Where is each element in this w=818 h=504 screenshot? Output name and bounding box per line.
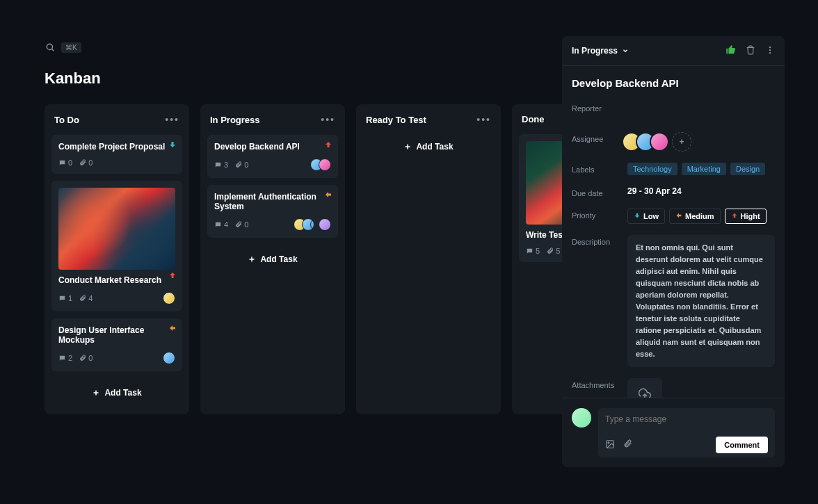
card[interactable]: Implement Authentication System 4 0 xyxy=(207,185,338,238)
field-label-reporter: Reporter xyxy=(572,101,620,113)
attachments-count: 5 xyxy=(547,247,560,255)
avatar xyxy=(319,158,331,171)
comments-count: 0 xyxy=(58,158,72,167)
add-assignee-button[interactable]: + xyxy=(672,132,691,152)
svg-point-10 xyxy=(769,51,771,53)
field-label-description: Description xyxy=(572,235,620,246)
like-icon[interactable] xyxy=(725,44,736,57)
column-menu-icon[interactable]: ••• xyxy=(476,114,491,125)
card-image xyxy=(58,188,175,270)
avatar xyxy=(650,132,669,152)
card[interactable]: Complete Project Proposal 0 0 xyxy=(51,135,182,174)
attachments-count: 0 xyxy=(235,161,248,169)
column-menu-icon[interactable]: ••• xyxy=(165,114,179,125)
attachments-count: 0 xyxy=(79,158,93,167)
comments-count: 3 xyxy=(214,161,228,169)
kbd-shortcut: ⌘K xyxy=(61,42,81,53)
due-date-value: 29 - 30 Apr 24 xyxy=(627,186,775,196)
column-menu-icon[interactable]: ••• xyxy=(321,114,335,125)
avatar xyxy=(319,218,331,231)
priority-high-icon xyxy=(168,271,177,282)
attachments-count: 4 xyxy=(79,294,93,302)
comment-button[interactable]: Comment xyxy=(716,437,768,453)
comments-count: 1 xyxy=(58,294,72,302)
svg-line-1 xyxy=(52,49,54,51)
comments-count: 5 xyxy=(526,247,540,255)
image-icon[interactable] xyxy=(605,439,615,451)
add-task-button[interactable]: Add Task xyxy=(363,135,494,158)
field-label-labels: Labels xyxy=(572,163,620,174)
attachments-count: 0 xyxy=(79,354,93,362)
svg-point-12 xyxy=(608,442,609,444)
avatar xyxy=(163,352,175,364)
priority-low-icon xyxy=(168,140,177,151)
column-todo: To Do ••• Complete Project Proposal 0 0 xyxy=(45,104,189,414)
field-label-assignee: Assignee xyxy=(572,132,620,143)
card-title: Conduct Market Research xyxy=(58,275,175,285)
card[interactable]: Conduct Market Research 1 4 xyxy=(51,181,182,311)
attachment-icon[interactable] xyxy=(623,439,632,451)
column-title: Ready To Test xyxy=(366,115,426,125)
avatar xyxy=(622,101,641,121)
card-title: Complete Project Proposal xyxy=(58,142,175,152)
status-dropdown[interactable]: In Progress xyxy=(572,46,629,56)
card-title: Implement Authentication System xyxy=(214,192,331,211)
column-title: In Progress xyxy=(210,115,260,125)
svg-point-9 xyxy=(769,49,771,50)
priority-medium-icon xyxy=(324,190,332,201)
attachments-count: 0 xyxy=(235,220,248,229)
add-task-button[interactable]: Add Task xyxy=(207,247,338,271)
trash-icon[interactable] xyxy=(746,45,755,57)
card[interactable]: Design User Interface Mockups 2 0 xyxy=(51,318,182,371)
label-chip[interactable]: Marketing xyxy=(682,163,726,175)
chevron-down-icon xyxy=(622,47,629,54)
column-title: Done xyxy=(522,114,545,124)
detail-title: Develop Backend API xyxy=(572,77,775,89)
priority-medium-icon xyxy=(168,324,177,334)
priority-medium-button[interactable]: Medium xyxy=(669,209,721,224)
description-text: Et non omnis qui. Qui sunt deserunt dolo… xyxy=(627,235,775,367)
search-icon[interactable] xyxy=(45,42,56,53)
current-user-avatar xyxy=(572,408,591,428)
column-readytotest: Ready To Test ••• Add Task xyxy=(356,104,501,414)
comments-count: 2 xyxy=(58,354,72,362)
card-title: Develop Backend API xyxy=(214,142,331,152)
svg-point-0 xyxy=(47,44,52,49)
cloud-upload-icon xyxy=(639,388,651,398)
column-inprogress: In Progress ••• Develop Backend API 3 0 xyxy=(200,104,345,414)
comment-input[interactable] xyxy=(605,414,768,424)
label-chip[interactable]: Design xyxy=(730,163,765,175)
task-detail-panel: In Progress Develop Backend API Reporter… xyxy=(562,36,785,467)
field-label-attachments: Attachments xyxy=(572,378,620,389)
priority-high-button[interactable]: Hight xyxy=(725,209,767,224)
add-task-button[interactable]: Add Task xyxy=(51,381,182,405)
upload-attachment-button[interactable] xyxy=(627,378,662,398)
field-label-duedate: Due date xyxy=(572,186,620,197)
comments-count: 4 xyxy=(214,220,228,229)
svg-point-8 xyxy=(769,46,771,47)
column-title: To Do xyxy=(54,115,79,125)
field-label-priority: Priority xyxy=(572,209,620,220)
priority-low-button[interactable]: Low xyxy=(627,209,665,224)
priority-high-icon xyxy=(324,140,332,151)
card-title: Design User Interface Mockups xyxy=(58,325,175,345)
more-icon[interactable] xyxy=(765,45,775,57)
label-chip[interactable]: Technology xyxy=(627,163,677,175)
avatar xyxy=(163,292,175,304)
card[interactable]: Develop Backend API 3 0 xyxy=(207,135,338,178)
